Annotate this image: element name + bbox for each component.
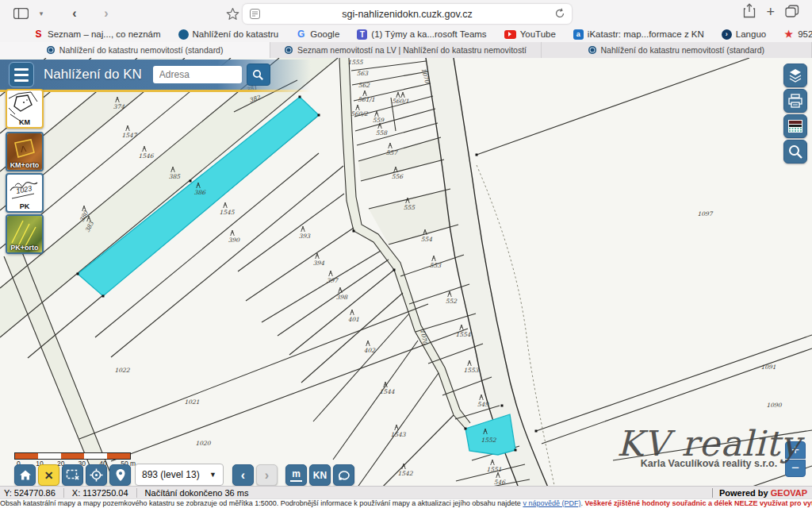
cuzk-globe-icon [178, 29, 189, 40]
geovap-link[interactable]: GEOVAP [771, 488, 807, 498]
languo-icon: › [722, 29, 732, 40]
home-button[interactable] [14, 464, 36, 486]
kn-info-button[interactable]: KN [309, 464, 331, 486]
bookmark-9522182[interactable]: ★9522182 [783, 29, 812, 40]
ikatastr-icon: a [573, 29, 584, 40]
help-pdf-link[interactable]: v nápovědě (PDF) [523, 499, 580, 507]
bookmark-teams[interactable]: T(1) Týmy a ka...rosoft Teams [357, 29, 486, 40]
tree-symbol [356, 105, 360, 110]
tree-symbol [468, 360, 472, 366]
coord-x: X: 1137250.04 [64, 488, 137, 498]
layers-tool-button[interactable] [783, 64, 807, 87]
bookmark-youtube[interactable]: YouTube [504, 29, 556, 39]
parcel-label: 556 [392, 173, 404, 180]
parcel-label: 402 [364, 347, 377, 354]
tree-symbol [329, 271, 333, 276]
tree-symbol [316, 253, 320, 259]
zoom-level-select[interactable]: 893 (level 13) ▼ [135, 464, 224, 486]
tree-symbol [363, 90, 367, 96]
bookmark-star-icon[interactable] [223, 4, 242, 23]
parcel-label: 401 [348, 316, 360, 323]
chevron-down-icon[interactable]: ▾ [32, 4, 51, 23]
google-icon: G [296, 29, 306, 40]
address-bar[interactable]: sgi-nahlizenidokn.cuzk.gov.cz [242, 3, 573, 25]
layer-button-pk-orto[interactable]: PK+orto [6, 214, 44, 254]
parcel-label: 1090 [766, 402, 782, 409]
history-forward-button[interactable]: › [256, 464, 278, 486]
bookmark-label: iKatastr: map...formace z KN [588, 29, 704, 39]
bookmark-google[interactable]: GGoogle [296, 29, 339, 40]
star-icon: ★ [783, 29, 794, 40]
parcel-label: 390 [228, 237, 241, 244]
svg-text:1023: 1023 [15, 184, 33, 195]
powered-by: Powered by GEOVAP [712, 488, 812, 498]
bookmark-label: Nahlížení do katastru [193, 29, 279, 39]
tab-2[interactable]: Seznam nemovitostí na LV | Nahlížení do … [270, 42, 541, 58]
parcel-label: 1021 [184, 398, 199, 406]
tab-favicon [588, 46, 596, 54]
tab-1[interactable]: Nahlížení do katastru nemovitostí (stand… [0, 42, 270, 58]
parcel-label: 394 [313, 260, 325, 267]
tree-symbol [432, 256, 436, 261]
parcel-label: 1547 [121, 132, 137, 139]
layer-label: KM+orto [7, 161, 42, 169]
tab-title: Seznam nemovitostí na LV | Nahlížení do … [297, 45, 527, 55]
print-tool-button[interactable] [783, 89, 807, 113]
status-bar: Y: 524770.86 X: 1137250.04 Načítání doko… [0, 486, 812, 498]
new-tab-icon[interactable]: + [766, 4, 775, 21]
menu-button[interactable] [9, 62, 34, 87]
parcel-label: 553 [430, 262, 442, 269]
parcel-label: 559 [373, 117, 385, 124]
draw-polygon-button[interactable] [333, 464, 354, 486]
search-tool-button[interactable] [783, 140, 807, 164]
parcel-label: 398 [336, 294, 349, 301]
layer-button-km[interactable]: KM [6, 89, 44, 129]
share-icon[interactable] [743, 3, 756, 21]
measure-button[interactable]: m [285, 464, 307, 486]
highlighted-parcel-1552[interactable] [465, 414, 515, 455]
tree-symbol [460, 325, 464, 330]
polygon-icon [337, 469, 350, 481]
teams-icon: T [357, 29, 367, 40]
history-back-button[interactable]: ‹ [232, 464, 254, 486]
cadastral-map[interactable]: 1548374154715463853861545380383381382390… [0, 58, 812, 498]
pin-button[interactable] [109, 464, 131, 486]
parcel-label: 1544 [379, 388, 394, 395]
url-text: sgi-nahlizenidokn.cuzk.gov.cz [342, 9, 472, 20]
tab-title: Nahlížení do katastru nemovitostí (stand… [601, 45, 765, 55]
reload-icon[interactable] [554, 8, 565, 21]
parcel-label: 1545 [219, 209, 235, 216]
parcel-label: 385 [169, 173, 182, 180]
map-toolbar: ✕ 893 (level 13) ▼ ‹ › m KN [0, 464, 812, 487]
parcel-label: 1022 [114, 367, 130, 374]
bookmark-katastr[interactable]: Nahlížení do katastru [178, 29, 279, 40]
bookmark-languo[interactable]: ›Languo [722, 29, 766, 40]
forward-button[interactable]: › [97, 4, 116, 23]
app-title: Nahlížení do KN [44, 67, 142, 83]
layers-icon [787, 67, 803, 83]
tab-3[interactable]: Nahlížení do katastru nemovitostí (stand… [542, 42, 812, 58]
parcel-label: 560/2 [350, 110, 369, 117]
bookmark-seznam[interactable]: SSeznam – naj..., co neznám [33, 29, 161, 40]
tab-favicon [47, 46, 55, 54]
search-button[interactable] [247, 64, 270, 86]
tab-favicon [285, 46, 293, 54]
tab-overview-icon[interactable] [785, 5, 799, 21]
address-search-input[interactable] [153, 66, 242, 83]
layer-button-km-orto[interactable]: KM+orto [6, 132, 44, 171]
close-button[interactable]: ✕ [38, 464, 59, 486]
zoom-in-button[interactable]: + [785, 441, 806, 459]
tree-symbol [389, 143, 393, 148]
sidebar-icon[interactable] [11, 4, 30, 23]
tree-symbol [231, 230, 235, 236]
back-button[interactable]: ‹ [65, 4, 84, 23]
bookmark-ikatastr[interactable]: aiKatastr: map...formace z KN [573, 29, 704, 40]
tab-title: Nahlížení do katastru nemovitostí (stand… [59, 45, 224, 55]
locate-button[interactable] [86, 464, 107, 486]
map-viewport[interactable]: 1548374154715463853861545380383381382390… [0, 58, 812, 498]
parcel-label: 1553 [463, 367, 479, 374]
layer-button-pk[interactable]: 1023 PK [6, 173, 44, 213]
bookmark-label: 9522182 [798, 29, 812, 39]
legend-tool-button[interactable] [783, 114, 807, 138]
zoom-extent-button[interactable] [62, 464, 83, 486]
